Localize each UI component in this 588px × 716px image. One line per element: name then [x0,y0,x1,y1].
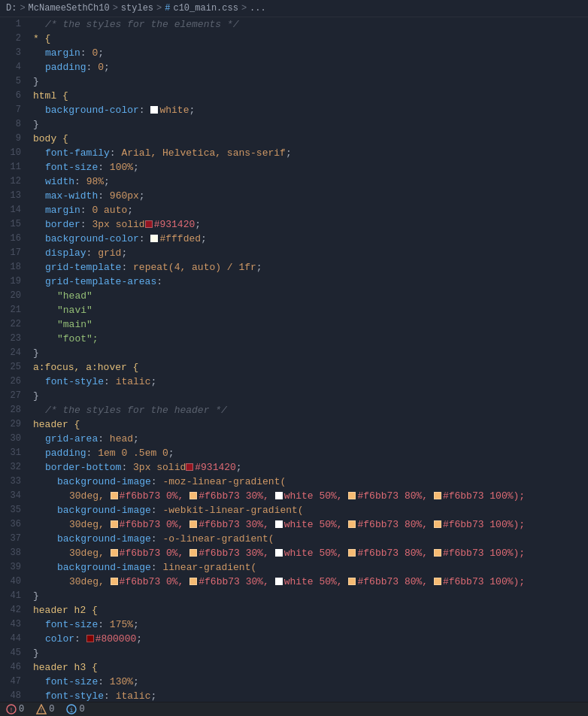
line-number-20: 20 [6,289,21,303]
code-line-14: margin: 0 auto; [33,203,588,217]
breadcrumb-ellipsis: ... [250,3,266,14]
line-number-26: 26 [6,375,21,389]
status-bar: ! 0 ! 0 i 0 [0,702,588,716]
line-number-5: 5 [6,74,21,89]
breadcrumb-hash: # [165,3,170,14]
line-number-22: 22 [6,317,21,332]
code-line-47: font-size: 130%; [33,675,588,689]
line-number-25: 25 [6,360,21,375]
code-line-23: "foot"; [33,332,588,346]
code-line-29: header { [33,417,588,432]
line-number-31: 31 [6,446,21,460]
code-line-34: 30deg, #f6bb73 0%, #f6bb73 30%, white 50… [33,489,588,503]
code-line-21: "navi" [33,303,588,317]
code-line-17: display: grid; [33,246,588,260]
warning-count: ! 0 [36,704,54,714]
info-count: i 0 [66,704,84,714]
line-number-18: 18 [6,260,21,275]
line-number-12: 12 [6,174,21,189]
code-line-8: } [33,117,588,132]
svg-text:i: i [70,707,74,714]
code-line-10: font-family: Arial, Helvetica, sans-seri… [33,146,588,160]
code-line-40: 30deg, #f6bb73 0%, #f6bb73 30%, white 50… [33,575,588,589]
line-number-13: 13 [6,189,21,203]
breadcrumb-folder1: McNameeSethCh10 [29,3,110,14]
svg-text:!: ! [9,707,13,714]
line-number-38: 38 [6,546,21,560]
code-line-43: font-size: 175%; [33,617,588,632]
code-line-9: body { [33,132,588,146]
code-line-42: header h2 { [33,603,588,617]
code-content[interactable]: /* the styles for the elements */* {marg… [30,17,588,703]
line-number-8: 8 [6,117,21,132]
code-line-7: background-color: white; [33,103,588,117]
code-line-45: } [33,646,588,660]
line-number-23: 23 [6,332,21,346]
code-line-6: html { [33,89,588,103]
breadcrumb-folder2: styles [121,3,153,14]
line-number-33: 33 [6,475,21,489]
code-editor: 1234567891011121314151617181920212223242… [0,17,588,703]
breadcrumb-sep4: > [241,3,247,14]
line-number-9: 9 [6,132,21,146]
code-line-36: 30deg, #f6bb73 0%, #f6bb73 30%, white 50… [33,517,588,532]
line-number-21: 21 [6,303,21,317]
code-line-4: padding: 0; [33,60,588,74]
line-number-34: 34 [6,489,21,503]
line-number-37: 37 [6,532,21,546]
code-line-19: grid-template-areas: [33,275,588,289]
code-line-44: color: #800000; [33,632,588,646]
code-line-12: width: 98%; [33,174,588,189]
line-number-47: 47 [6,675,21,689]
line-number-27: 27 [6,389,21,403]
line-number-36: 36 [6,517,21,532]
line-number-2: 2 [6,32,21,46]
line-number-35: 35 [6,503,21,517]
line-number-16: 16 [6,232,21,246]
code-line-3: margin: 0; [33,46,588,60]
breadcrumb-sep1: > [20,3,25,14]
line-number-43: 43 [6,617,21,632]
line-number-19: 19 [6,275,21,289]
line-number-1: 1 [6,17,21,32]
code-line-28: /* the styles for the header */ [33,403,588,417]
breadcrumb-drive: D: [6,3,17,14]
code-line-39: background-image: linear-gradient( [33,560,588,575]
code-line-20: "head" [33,289,588,303]
line-number-17: 17 [6,246,21,260]
line-number-46: 46 [6,660,21,675]
line-number-10: 10 [6,146,21,160]
line-number-3: 3 [6,46,21,60]
breadcrumb-file: c10_main.css [173,3,238,14]
code-line-38: 30deg, #f6bb73 0%, #f6bb73 30%, white 50… [33,546,588,560]
code-line-16: background-color: #fffded; [33,232,588,246]
line-number-30: 30 [6,432,21,446]
line-number-44: 44 [6,632,21,646]
code-line-13: max-width: 960px; [33,189,588,203]
code-line-31: padding: 1em 0 .5em 0; [33,446,588,460]
line-number-15: 15 [6,217,21,232]
breadcrumb-bar: D: > McNameeSethCh10 > styles > # c10_ma… [0,0,588,17]
line-number-41: 41 [6,589,21,603]
line-number-39: 39 [6,560,21,575]
line-numbers: 1234567891011121314151617181920212223242… [0,17,30,703]
breadcrumb-sep2: > [113,3,118,14]
code-line-46: header h3 { [33,660,588,675]
breadcrumb-sep3: > [156,3,162,14]
code-line-1: /* the styles for the elements */ [33,17,588,32]
line-number-4: 4 [6,60,21,74]
code-line-26: font-style: italic; [33,375,588,389]
line-number-42: 42 [6,603,21,617]
code-line-5: } [33,74,588,89]
line-number-11: 11 [6,160,21,174]
code-line-18: grid-template: repeat(4, auto) / 1fr; [33,260,588,275]
code-line-11: font-size: 100%; [33,160,588,174]
code-line-22: "main" [33,317,588,332]
code-line-30: grid-area: head; [33,432,588,446]
line-number-14: 14 [6,203,21,217]
line-number-45: 45 [6,646,21,660]
code-line-24: } [33,346,588,360]
line-number-40: 40 [6,575,21,589]
code-line-41: } [33,589,588,603]
line-number-7: 7 [6,103,21,117]
